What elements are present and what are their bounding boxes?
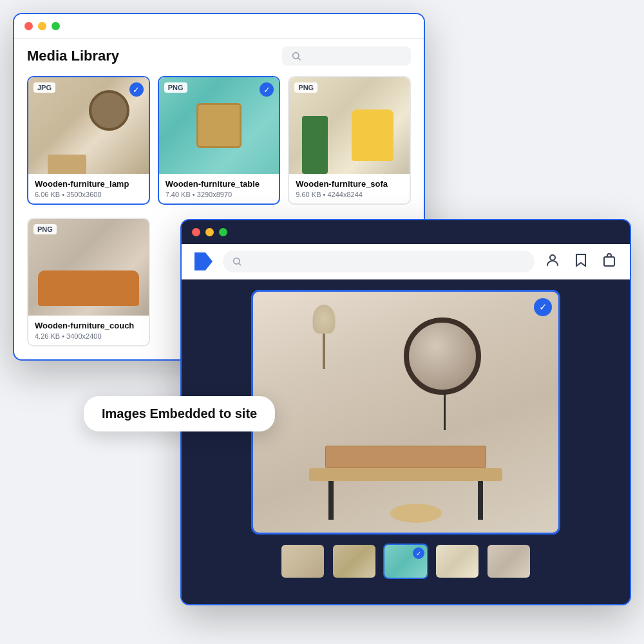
thumb-image-4 xyxy=(436,545,478,578)
dot-yellow[interactable] xyxy=(38,22,46,30)
embedded-tooltip: Images Embedded to site xyxy=(84,396,275,431)
media-item-lamp-meta: 6.06 KB • 3500x3600 xyxy=(35,191,142,198)
pampas-decoration xyxy=(305,305,343,369)
thumbnail-5[interactable] xyxy=(486,544,531,579)
tooltip-label: Images Embedded to site xyxy=(102,406,257,421)
thumb-image-5 xyxy=(488,545,530,578)
thumbnail-4[interactable] xyxy=(435,544,480,579)
media-header: Media Library xyxy=(14,39,424,76)
format-badge-lamp: JPG xyxy=(33,82,55,93)
dot-green[interactable] xyxy=(52,22,60,30)
media-item-table[interactable]: PNG ✓ Wooden-furniture_table 7.40 KB • 3… xyxy=(158,76,281,205)
media-item-couch-info: Wooden-furniture_couch 4.26 KB • 3400x24… xyxy=(28,316,149,345)
media-item-lamp-name: Wooden-furniture_lamp xyxy=(35,179,142,189)
format-badge-couch: PNG xyxy=(33,224,57,234)
title-bar xyxy=(14,14,424,39)
thumb-image-1 xyxy=(281,545,324,578)
media-grid-row1: JPG ✓ Wooden-furniture_lamp 6.06 KB • 35… xyxy=(14,76,424,218)
thumb-check-3: ✓ xyxy=(413,547,424,559)
media-item-table-image: PNG ✓ xyxy=(159,77,279,174)
svg-rect-5 xyxy=(604,257,614,266)
site-search-icon xyxy=(232,256,242,267)
media-item-sofa-meta: 9.60 KB • 4244x8244 xyxy=(296,191,403,198)
user-icon[interactable] xyxy=(545,252,560,271)
mirror-stand xyxy=(444,392,446,430)
main-product-image[interactable]: ✓ xyxy=(251,290,560,535)
media-item-lamp-info: Wooden-furniture_lamp 6.06 KB • 3500x360… xyxy=(28,174,149,204)
media-item-lamp[interactable]: JPG ✓ Wooden-furniture_lamp 6.06 KB • 35… xyxy=(27,76,150,205)
media-library-title: Media Library xyxy=(27,48,119,64)
media-item-lamp-image: JPG ✓ xyxy=(28,77,149,174)
search-box[interactable] xyxy=(282,46,411,66)
thumbnail-2[interactable] xyxy=(332,544,377,579)
media-item-table-info: Wooden-furniture_table 7.40 KB • 3290x89… xyxy=(159,174,279,204)
site-logo-icon xyxy=(194,252,213,270)
search-icon xyxy=(291,51,301,61)
media-item-couch-meta: 4.26 KB • 3400x2400 xyxy=(35,332,142,340)
site-content-area: ✓ ✓ xyxy=(182,279,630,599)
mirror-decoration xyxy=(404,317,481,395)
thumbnail-1[interactable] xyxy=(280,544,325,579)
thumbnail-strip: ✓ xyxy=(182,535,630,579)
thumbnail-3[interactable]: ✓ xyxy=(383,544,428,579)
site-dot-red[interactable] xyxy=(192,228,200,236)
media-item-couch[interactable]: PNG Wooden-furniture_couch 4.26 KB • 340… xyxy=(27,218,150,346)
desk-decoration xyxy=(309,468,502,481)
thumb-image-2 xyxy=(333,545,375,578)
format-badge-sofa: PNG xyxy=(294,82,317,93)
media-item-sofa-info: Wooden-furniture_sofa 9.60 KB • 4244x824… xyxy=(289,174,410,204)
media-item-sofa-name: Wooden-furniture_sofa xyxy=(296,179,403,189)
selected-check-table: ✓ xyxy=(260,82,274,97)
furniture-scene xyxy=(253,292,558,533)
selected-check-lamp: ✓ xyxy=(129,82,144,97)
nav-icons-group xyxy=(545,252,617,271)
media-item-couch-name: Wooden-furniture_couch xyxy=(35,321,142,330)
site-title-bar xyxy=(182,220,630,244)
site-nav xyxy=(182,244,630,279)
dot-red[interactable] xyxy=(24,22,33,30)
svg-line-1 xyxy=(298,58,300,60)
site-dot-yellow[interactable] xyxy=(205,228,214,236)
media-item-couch-image: PNG xyxy=(28,219,149,316)
stool-decoration xyxy=(390,504,442,523)
media-item-sofa[interactable]: PNG Wooden-furniture_sofa 9.60 KB • 4244… xyxy=(288,76,411,205)
format-badge-table: PNG xyxy=(164,82,187,93)
svg-line-3 xyxy=(239,263,241,265)
media-item-sofa-image: PNG xyxy=(289,77,410,174)
bookmark-icon[interactable] xyxy=(573,252,589,271)
main-image-check: ✓ xyxy=(534,298,552,316)
svg-point-0 xyxy=(293,53,299,59)
media-item-table-meta: 7.40 KB • 3290x8970 xyxy=(166,191,273,198)
bag-icon[interactable] xyxy=(601,252,617,271)
svg-point-2 xyxy=(234,258,240,264)
site-search-bar[interactable] xyxy=(223,251,535,272)
desk-drawer xyxy=(325,446,486,468)
svg-point-4 xyxy=(550,255,555,260)
site-dot-green[interactable] xyxy=(219,228,227,236)
media-item-table-name: Wooden-furniture_table xyxy=(166,179,273,189)
